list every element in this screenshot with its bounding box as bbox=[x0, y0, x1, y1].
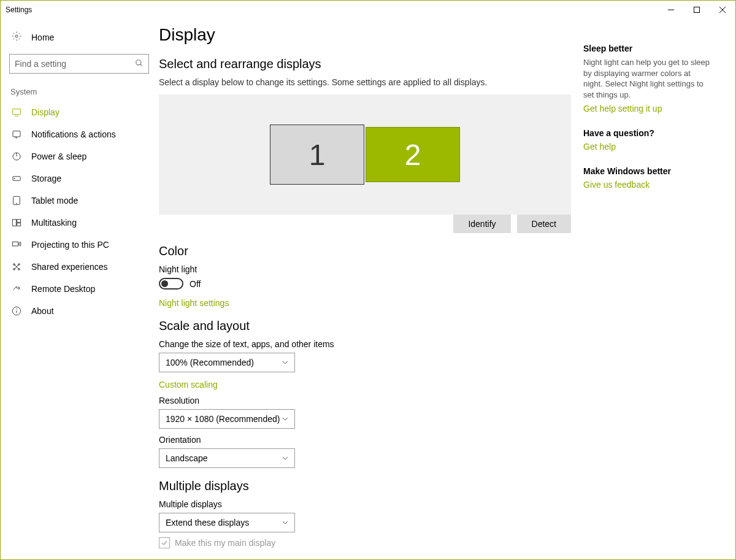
sidebar-item-remote-desktop[interactable]: Remote Desktop bbox=[9, 278, 159, 300]
minimize-button[interactable] bbox=[658, 1, 684, 19]
sidebar-item-power-sleep[interactable]: Power & sleep bbox=[9, 145, 159, 167]
maximize-button[interactable] bbox=[684, 1, 710, 19]
rearrange-desc: Select a display below to change its set… bbox=[159, 77, 571, 87]
sidebar-item-label: Display bbox=[31, 107, 59, 117]
page-title: Display bbox=[159, 25, 571, 45]
titlebar: Settings bbox=[1, 1, 735, 19]
home-button[interactable]: Home bbox=[9, 26, 159, 54]
chevron-down-icon bbox=[282, 416, 288, 422]
sidebar-item-about[interactable]: About bbox=[9, 300, 159, 322]
power-icon bbox=[12, 152, 21, 161]
notification-icon bbox=[12, 129, 21, 139]
scale-value: 100% (Recommended) bbox=[166, 358, 254, 367]
identify-button[interactable]: Identify bbox=[453, 215, 510, 233]
question-title: Have a question? bbox=[583, 128, 712, 138]
sidebar-item-tablet-mode[interactable]: Tablet mode bbox=[9, 190, 159, 212]
remote-icon bbox=[12, 284, 21, 294]
feedback-link[interactable]: Give us feedback bbox=[583, 180, 712, 190]
home-label: Home bbox=[31, 33, 54, 42]
chevron-down-icon bbox=[282, 359, 288, 366]
svg-point-4 bbox=[15, 35, 18, 37]
sidebar-item-display[interactable]: Display bbox=[9, 101, 159, 123]
monitor-1[interactable]: 1 bbox=[270, 125, 364, 185]
sidebar-item-label: Projecting to this PC bbox=[31, 240, 109, 250]
sidebar-item-label: Storage bbox=[31, 174, 61, 183]
detect-button[interactable]: Detect bbox=[517, 215, 571, 233]
sidebar-item-label: Remote Desktop bbox=[31, 284, 95, 294]
sidebar-item-shared-experiences[interactable]: Shared experiences bbox=[9, 256, 159, 278]
main-display-checkbox-label: Make this my main display bbox=[175, 538, 275, 548]
svg-rect-9 bbox=[13, 131, 20, 137]
night-light-state: Off bbox=[190, 279, 201, 289]
multiple-displays-value: Extend these displays bbox=[166, 518, 249, 527]
sidebar: Home System DisplayNotifications & actio… bbox=[1, 19, 159, 559]
chevron-down-icon bbox=[282, 520, 288, 526]
search-icon bbox=[135, 59, 144, 69]
window-controls bbox=[658, 1, 735, 19]
svg-rect-19 bbox=[12, 242, 18, 246]
main-content: Display Select and rearrange displays Se… bbox=[159, 25, 583, 559]
night-light-label: Night light bbox=[159, 264, 571, 274]
sidebar-item-label: About bbox=[31, 306, 54, 316]
make-better-title: Make Windows better bbox=[583, 166, 712, 176]
sleep-better-text: Night light can help you get to sleep by… bbox=[583, 57, 712, 100]
sidebar-item-projecting-to-this-pc[interactable]: Projecting to this PC bbox=[9, 234, 159, 256]
gear-icon bbox=[12, 31, 21, 43]
monitor-2[interactable]: 2 bbox=[366, 127, 460, 182]
main-display-checkbox bbox=[159, 537, 170, 548]
main-display-checkbox-row: Make this my main display bbox=[159, 537, 571, 548]
scale-select[interactable]: 100% (Recommended) bbox=[159, 353, 295, 372]
resolution-select[interactable]: 1920 × 1080 (Recommended) bbox=[159, 409, 295, 429]
window-title: Settings bbox=[6, 6, 32, 14]
chevron-down-icon bbox=[282, 455, 288, 461]
night-light-settings-link[interactable]: Night light settings bbox=[159, 298, 229, 308]
multiple-displays-select[interactable]: Extend these displays bbox=[159, 513, 295, 532]
storage-icon bbox=[12, 174, 21, 183]
scale-label: Change the size of text, apps, and other… bbox=[159, 339, 571, 349]
svg-point-13 bbox=[14, 178, 15, 178]
close-button[interactable] bbox=[710, 1, 735, 19]
search-box[interactable] bbox=[9, 54, 149, 74]
sidebar-item-notifications-actions[interactable]: Notifications & actions bbox=[9, 123, 159, 145]
display-arrangement-area[interactable]: 1 2 bbox=[159, 94, 571, 215]
orientation-label: Orientation bbox=[159, 435, 571, 445]
multiple-displays-label: Multiple displays bbox=[159, 499, 571, 509]
svg-rect-18 bbox=[17, 223, 21, 226]
sidebar-item-label: Multitasking bbox=[31, 218, 77, 228]
multiple-displays-heading: Multiple displays bbox=[159, 479, 571, 493]
sidebar-item-label: Shared experiences bbox=[31, 262, 108, 272]
orientation-select[interactable]: Landscape bbox=[159, 448, 295, 468]
resolution-value: 1920 × 1080 (Recommended) bbox=[166, 414, 280, 424]
get-help-link[interactable]: Get help bbox=[583, 142, 712, 152]
monitor-icon bbox=[12, 107, 21, 117]
svg-rect-1 bbox=[694, 7, 700, 13]
color-heading: Color bbox=[159, 244, 571, 258]
projecting-icon bbox=[12, 240, 21, 250]
svg-rect-17 bbox=[17, 220, 21, 223]
svg-point-26 bbox=[17, 309, 17, 309]
orientation-value: Landscape bbox=[166, 453, 208, 463]
resolution-label: Resolution bbox=[159, 396, 571, 405]
svg-rect-7 bbox=[12, 109, 20, 115]
svg-point-5 bbox=[136, 59, 141, 64]
sidebar-item-label: Tablet mode bbox=[31, 196, 78, 205]
help-panel: Sleep better Night light can help you ge… bbox=[583, 25, 716, 559]
scale-heading: Scale and layout bbox=[159, 319, 571, 333]
svg-line-6 bbox=[140, 64, 142, 66]
sleep-better-title: Sleep better bbox=[583, 44, 712, 53]
tablet-icon bbox=[12, 196, 21, 205]
svg-rect-16 bbox=[12, 220, 16, 226]
info-icon bbox=[12, 306, 21, 316]
sidebar-item-label: Notifications & actions bbox=[31, 129, 116, 139]
sidebar-item-multitasking[interactable]: Multitasking bbox=[9, 212, 159, 234]
shared-icon bbox=[12, 262, 21, 272]
sleep-better-link[interactable]: Get help setting it up bbox=[583, 104, 712, 113]
search-input[interactable] bbox=[15, 59, 135, 69]
section-label: System bbox=[9, 87, 159, 96]
sidebar-item-storage[interactable]: Storage bbox=[9, 167, 159, 190]
multitasking-icon bbox=[12, 218, 21, 228]
sidebar-item-label: Power & sleep bbox=[31, 152, 86, 161]
rearrange-heading: Select and rearrange displays bbox=[159, 57, 571, 71]
night-light-toggle[interactable] bbox=[159, 278, 183, 290]
custom-scaling-link[interactable]: Custom scaling bbox=[159, 380, 218, 389]
